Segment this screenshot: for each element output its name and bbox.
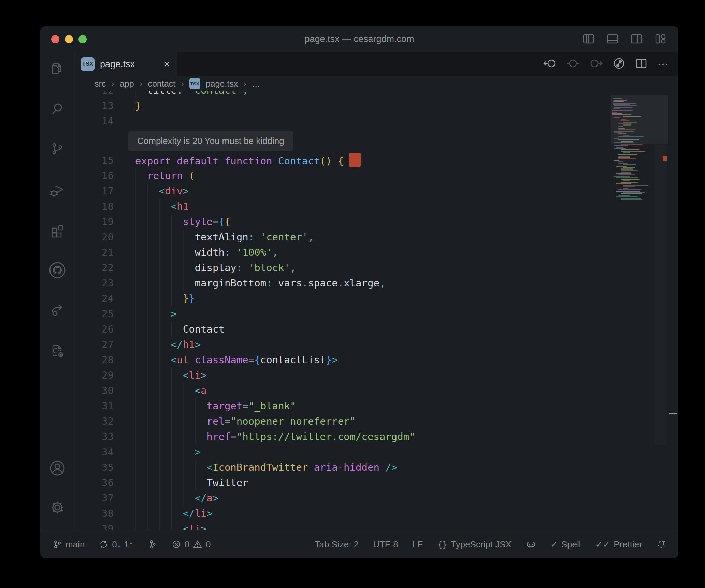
- code-line[interactable]: 37 </a>: [75, 490, 678, 506]
- prettier-label: Prettier: [614, 539, 642, 550]
- spell-status[interactable]: ✓ Spell: [550, 539, 581, 550]
- code-lines: 12 title: 'Contact',13}14Complexity is 2…: [75, 91, 678, 530]
- code-line[interactable]: 26 Contact: [75, 322, 678, 337]
- breadcrumb-item[interactable]: contact: [148, 79, 175, 89]
- source-control-icon[interactable]: [49, 141, 65, 157]
- copilot-icon[interactable]: [526, 540, 536, 549]
- code-line[interactable]: 24 }}: [75, 291, 678, 306]
- double-check-icon: ✓✓: [595, 539, 610, 550]
- line-number: 27: [75, 337, 114, 352]
- commit-graph-icon[interactable]: [148, 540, 157, 549]
- error-count: 0: [185, 539, 189, 550]
- code-line[interactable]: 32 rel="noopener noreferrer": [75, 414, 678, 429]
- line-number: 23: [75, 276, 114, 291]
- sync-counts: 0↓ 1↑: [112, 539, 133, 550]
- run-debug-icon[interactable]: [49, 182, 66, 198]
- activity-bar: [40, 52, 74, 530]
- code-line[interactable]: 36 Twitter: [75, 475, 678, 490]
- code-line[interactable]: 17 <div>: [75, 183, 678, 199]
- breadcrumb-more[interactable]: …: [252, 79, 260, 89]
- line-number: 30: [75, 383, 114, 398]
- code-line[interactable]: 38 </li>: [75, 506, 678, 521]
- code-line[interactable]: 39 <li>: [75, 521, 678, 530]
- title-bar: page.tsx — cesargdm.com: [40, 26, 678, 52]
- line-number: 29: [75, 368, 114, 383]
- code-line[interactable]: 25 >: [75, 306, 678, 322]
- github-icon[interactable]: [48, 261, 66, 279]
- toggle-panel-icon[interactable]: [607, 34, 618, 44]
- breadcrumb-file[interactable]: page.tsx: [206, 79, 238, 89]
- code-line[interactable]: 16 return (: [75, 168, 678, 183]
- explorer-icon[interactable]: [49, 61, 65, 77]
- code-line[interactable]: 23 marginBottom: vars.space.xlarge,: [75, 276, 678, 291]
- timeline-run-icon[interactable]: [613, 57, 625, 71]
- line-number: 33: [75, 429, 114, 444]
- breadcrumb-item[interactable]: app: [120, 79, 134, 89]
- line-number: 28: [75, 352, 114, 368]
- code-line[interactable]: 33 href="https://twitter.com/cesargdm": [75, 429, 678, 444]
- branch-status[interactable]: main: [53, 539, 85, 550]
- check-icon: ✓: [550, 539, 558, 550]
- go-back-icon[interactable]: [543, 58, 556, 70]
- code-line[interactable]: 22 display: 'block',: [75, 260, 678, 276]
- notifications-bell-icon[interactable]: [657, 540, 666, 549]
- tab-size-status[interactable]: Tab Size: 2: [315, 539, 359, 550]
- more-actions-icon[interactable]: ⋯: [657, 57, 670, 71]
- code-line[interactable]: 28 <ul className={contactList}>: [75, 352, 678, 368]
- code-line[interactable]: 14: [75, 114, 678, 129]
- complexity-marker: [349, 153, 361, 167]
- warning-count: 0: [206, 539, 211, 550]
- code-runner-icon[interactable]: [49, 343, 65, 358]
- nav-dot-icon[interactable]: [566, 58, 579, 70]
- code-line[interactable]: 13}: [75, 98, 678, 114]
- tab-close-icon[interactable]: ×: [164, 58, 170, 70]
- line-number: 14: [75, 114, 114, 129]
- code-line[interactable]: 34 >: [75, 444, 678, 460]
- line-number: 32: [75, 414, 114, 429]
- line-number: 22: [75, 260, 114, 276]
- code-line[interactable]: 31 target="_blank": [75, 398, 678, 414]
- toggle-secondary-sidebar-icon[interactable]: [631, 34, 642, 44]
- status-bar: main 0↓ 1↑: [40, 530, 678, 558]
- code-line[interactable]: 15export default function Contact() {: [75, 153, 678, 168]
- code-line[interactable]: 35 <IconBrandTwitter aria-hidden />: [75, 460, 678, 475]
- encoding-status[interactable]: UTF-8: [373, 539, 398, 550]
- code-line[interactable]: 27 </h1>: [75, 337, 678, 352]
- customize-layout-icon[interactable]: [654, 34, 666, 44]
- code-line[interactable]: 12 title: 'Contact',: [75, 91, 678, 98]
- tab-page-tsx[interactable]: TSX page.tsx ×: [75, 52, 177, 76]
- breadcrumb[interactable]: src›app›contact›TSXpage.tsx›…: [75, 76, 678, 91]
- account-icon[interactable]: [49, 460, 66, 477]
- code-line[interactable]: 21 width: '100%',: [75, 245, 678, 260]
- sync-status[interactable]: 0↓ 1↑: [99, 539, 133, 550]
- overview-ruler-error-marker: [663, 156, 667, 161]
- scrollbar[interactable]: [654, 145, 667, 445]
- toggle-primary-sidebar-icon[interactable]: [583, 34, 594, 44]
- prettier-status[interactable]: ✓✓ Prettier: [595, 539, 642, 550]
- line-number: 18: [75, 199, 114, 214]
- line-number: 25: [75, 306, 114, 322]
- search-icon[interactable]: [49, 101, 65, 117]
- extensions-icon[interactable]: [49, 223, 65, 238]
- breadcrumb-separator: ›: [140, 78, 143, 89]
- code-line[interactable]: 20 textAlign: 'center',: [75, 230, 678, 245]
- go-forward-icon[interactable]: [590, 58, 603, 70]
- code-line[interactable]: 19 style={{: [75, 214, 678, 230]
- code-line[interactable]: 29 <li>: [75, 368, 678, 383]
- breadcrumb-item[interactable]: src: [95, 79, 106, 89]
- spell-label: Spell: [561, 539, 581, 550]
- minimap[interactable]: [611, 90, 678, 530]
- branch-name: main: [66, 539, 85, 550]
- split-editor-icon[interactable]: [635, 58, 647, 70]
- language-status[interactable]: {} TypeScript JSX: [437, 539, 512, 550]
- code-line[interactable]: 18 <h1: [75, 199, 678, 214]
- code-editor[interactable]: 12 title: 'Contact',13}14Complexity is 2…: [75, 91, 678, 530]
- code-line[interactable]: 30 <a: [75, 383, 678, 398]
- line-number: 39: [75, 521, 114, 530]
- line-number: 37: [75, 490, 114, 506]
- settings-gear-icon[interactable]: [48, 499, 66, 516]
- breadcrumb-separator: ›: [111, 78, 114, 89]
- eol-status[interactable]: LF: [413, 539, 423, 550]
- problems-status[interactable]: 0 0: [172, 539, 211, 550]
- live-share-icon[interactable]: [49, 302, 66, 318]
